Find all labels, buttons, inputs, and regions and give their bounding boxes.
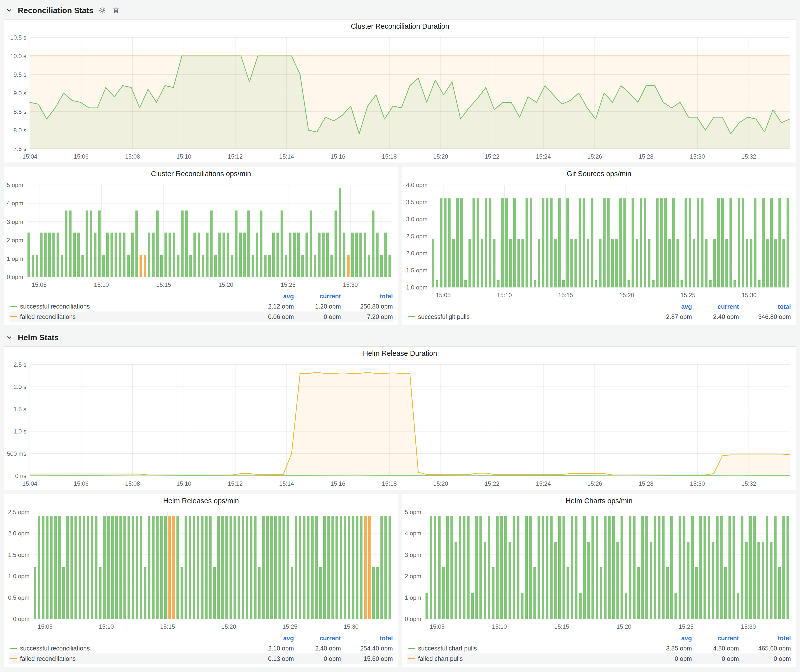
legend-col-avg[interactable]: avg (247, 635, 294, 642)
series-swatch (10, 306, 17, 307)
legend-series-toggle[interactable]: successful reconciliations (9, 303, 247, 310)
section-header-reconciliation-stats: Reconciliation Stats (4, 4, 796, 17)
panel-git-sources-opm: Git Sources ops/min 1.0 opm1.5 opm2.0 op… (402, 167, 796, 325)
series-swatch (10, 648, 17, 649)
svg-text:15:30: 15:30 (741, 623, 756, 630)
svg-text:15:10: 15:10 (176, 480, 191, 487)
panel-title[interactable]: Cluster Reconciliations ops/min (4, 167, 398, 180)
panel-title[interactable]: Helm Releases ops/min (4, 494, 398, 507)
svg-text:15:16: 15:16 (331, 153, 345, 160)
gear-icon[interactable] (97, 5, 107, 16)
svg-text:4 opm: 4 opm (405, 530, 421, 537)
legend-avg-value: 0.06 opm (247, 313, 294, 320)
panel-title[interactable]: Cluster Reconciliation Duration (4, 19, 796, 33)
svg-text:2 opm: 2 opm (7, 237, 23, 243)
svg-text:2.5 s: 2.5 s (14, 361, 26, 368)
svg-text:1.0 opm: 1.0 opm (406, 284, 427, 291)
svg-text:15:15: 15:15 (160, 623, 175, 630)
panel-title[interactable]: Git Sources ops/min (402, 167, 796, 180)
helm-charts-chart[interactable]: 0 opm1 opm2 opm3 opm4 opm5 opm15:0515:10… (402, 507, 796, 633)
svg-text:1.5 s: 1.5 s (14, 406, 26, 413)
legend-col-total[interactable]: total (739, 303, 791, 310)
legend-col-current[interactable]: current (294, 635, 341, 642)
svg-text:15:14: 15:14 (279, 153, 294, 160)
legend-series-toggle[interactable]: successful reconciliations (9, 645, 247, 652)
legend-col-current[interactable]: current (692, 635, 739, 642)
svg-text:10.0 s: 10.0 s (10, 53, 26, 59)
svg-text:9.0 s: 9.0 s (14, 90, 26, 96)
legend: avg current total successful git pulls 2… (402, 301, 796, 325)
svg-text:2.5 opm: 2.5 opm (406, 233, 427, 240)
svg-text:10.5 s: 10.5 s (10, 34, 26, 41)
svg-text:15:22: 15:22 (485, 480, 499, 487)
section-title[interactable]: Reconciliation Stats (18, 6, 93, 15)
panel-helm-charts-opm: Helm Charts ops/min 0 opm1 opm2 opm3 opm… (402, 494, 796, 667)
svg-text:1.5 opm: 1.5 opm (406, 267, 427, 274)
trash-icon[interactable] (111, 5, 121, 16)
helm-releases-chart[interactable]: 0 opm0.5 opm1.0 opm1.5 opm2.0 opm2.5 opm… (4, 507, 398, 633)
panel-cluster-reconciliations-opm: Cluster Reconciliations ops/min 0 opm1 o… (4, 167, 398, 325)
svg-text:15:28: 15:28 (639, 153, 654, 160)
legend-avg-value: 3.85 opm (645, 645, 692, 652)
svg-text:15:32: 15:32 (741, 480, 756, 487)
legend-series-toggle[interactable]: successful git pulls (407, 313, 645, 320)
legend-col-total[interactable]: total (341, 635, 393, 642)
legend-total-value: 0 opm (739, 655, 791, 662)
svg-text:15:08: 15:08 (125, 153, 140, 160)
svg-text:15:22: 15:22 (485, 153, 499, 160)
legend-col-current[interactable]: current (692, 303, 739, 310)
section-title[interactable]: Helm Stats (18, 333, 59, 342)
git-sources-chart[interactable]: 1.0 opm1.5 opm2.0 opm2.5 opm3.0 opm3.5 o… (402, 180, 796, 301)
panel-title[interactable]: Helm Charts ops/min (402, 494, 796, 507)
legend-col-total[interactable]: total (739, 635, 791, 642)
svg-text:15:14: 15:14 (279, 480, 294, 487)
legend-current-value: 2.40 opm (294, 645, 341, 652)
svg-text:15:06: 15:06 (74, 480, 88, 487)
svg-text:2.0 s: 2.0 s (14, 384, 26, 390)
svg-text:15:12: 15:12 (228, 480, 243, 487)
legend-col-total[interactable]: total (341, 293, 393, 300)
svg-text:0 ns: 0 ns (15, 473, 26, 479)
legend-total-value: 256.80 opm (341, 303, 393, 310)
svg-text:1.0 opm: 1.0 opm (8, 573, 29, 579)
legend-row-failed-reconciliations: failed reconciliations 0.13 opm 0 opm 15… (9, 653, 393, 664)
svg-text:15:05: 15:05 (38, 623, 53, 630)
svg-text:15:08: 15:08 (125, 480, 140, 487)
svg-text:1.5 opm: 1.5 opm (8, 552, 29, 558)
legend-col-avg[interactable]: avg (645, 635, 692, 642)
svg-text:9.5 s: 9.5 s (14, 71, 26, 78)
svg-text:8.0 s: 8.0 s (14, 127, 26, 134)
svg-text:3 opm: 3 opm (405, 552, 421, 558)
svg-text:15:06: 15:06 (74, 153, 88, 160)
svg-text:0 opm: 0 opm (13, 616, 29, 622)
helm-release-duration-chart[interactable]: 0 ns500 ms1.0 s1.5 s2.0 s2.5 s15:0415:06… (4, 360, 796, 490)
legend-series-toggle[interactable]: failed chart pulls (407, 655, 645, 662)
svg-text:15:28: 15:28 (639, 480, 654, 487)
svg-text:15:15: 15:15 (156, 281, 171, 288)
legend-col-avg[interactable]: avg (247, 293, 294, 300)
section-collapse-chevron-icon[interactable] (4, 332, 14, 343)
section-collapse-chevron-icon[interactable] (4, 5, 14, 16)
legend-series-toggle[interactable]: failed reconciliations (9, 313, 247, 320)
svg-text:1 opm: 1 opm (7, 255, 23, 262)
helm-charts-row: Helm Releases ops/min 0 opm0.5 opm1.0 op… (4, 494, 796, 667)
svg-text:7.5 s: 7.5 s (14, 146, 26, 152)
panel-title[interactable]: Helm Release Duration (4, 347, 796, 360)
svg-text:15:10: 15:10 (94, 281, 109, 288)
legend-series-toggle[interactable]: successful chart pulls (407, 645, 645, 652)
svg-text:15:20: 15:20 (218, 281, 233, 288)
legend-header-row: avg current total (407, 633, 791, 643)
cluster-reconciliation-duration-chart[interactable]: 7.5 s8.0 s8.5 s9.0 s9.5 s10.0 s10.5 s15:… (4, 33, 796, 163)
svg-text:15:25: 15:25 (680, 292, 695, 298)
legend-series-toggle[interactable]: failed reconciliations (9, 655, 247, 662)
legend-total-value: 254.40 opm (341, 645, 393, 652)
svg-text:15:15: 15:15 (554, 623, 569, 630)
svg-text:1.0 s: 1.0 s (14, 428, 26, 435)
legend-col-current[interactable]: current (294, 293, 341, 300)
legend-col-avg[interactable]: avg (645, 303, 692, 310)
svg-text:15:10: 15:10 (497, 292, 512, 298)
cluster-reconciliations-chart[interactable]: 0 opm1 opm2 opm3 opm4 opm5 opm15:0515:10… (4, 180, 398, 291)
svg-text:15:16: 15:16 (331, 480, 345, 487)
dashboard: Reconciliation Stats Cluster Reconciliat… (4, 4, 796, 667)
legend-total-value: 7.20 opm (341, 313, 393, 320)
